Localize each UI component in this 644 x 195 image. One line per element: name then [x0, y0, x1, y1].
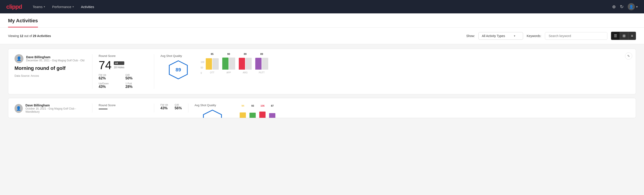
- fw-hit-value: 62%: [99, 76, 121, 80]
- user-name: Dave Billingham: [26, 55, 84, 59]
- fw-hit-stat: FW Hit 62%: [99, 74, 121, 80]
- fw-hit-value-2: 43%: [160, 106, 168, 110]
- hexagon-value: 89: [176, 67, 181, 73]
- performance-chevron-icon: ▾: [72, 5, 74, 8]
- hexagon-container: 89: [168, 60, 188, 80]
- user-date: December 05, 2021 - Gog Magog Golf Club …: [26, 59, 84, 62]
- bar-putt-2: 87: [269, 104, 275, 118]
- nav-performance[interactable]: Performance ▾: [52, 4, 74, 10]
- navbar-right: ⊕ ↻ 👤 ▾: [612, 3, 638, 10]
- filter-bar: Viewing 12 out of 29 Activities Show: Al…: [0, 28, 644, 44]
- bar-ott-2: 94: [240, 104, 246, 118]
- user-chevron-icon: ▾: [636, 5, 638, 8]
- viewing-total: 29 Activities: [33, 34, 51, 38]
- navbar: clippd Teams ▾ Performance ▾ Activities …: [0, 0, 644, 14]
- user-info: Dave Billingham December 05, 2021 - Gog …: [26, 55, 84, 62]
- bar-arg-2: 106: [259, 104, 266, 118]
- data-source: Data Source: Arccos: [14, 74, 86, 78]
- teams-chevron-icon: ▾: [44, 5, 45, 8]
- card-divider: [92, 54, 92, 89]
- avg-shot-quality-label-2: Avg Shot Quality: [194, 104, 216, 107]
- gir-label: GIR: [126, 74, 148, 76]
- show-label: Show:: [466, 34, 475, 38]
- card-left-2: 👤 Dave Billingham October 16, 2021 - Gog…: [14, 104, 86, 116]
- fw-hit-stat-2: FW Hit 43%: [160, 104, 168, 110]
- activity-title: Morning round of golf: [14, 65, 86, 71]
- nav-activities[interactable]: Activities: [81, 4, 94, 10]
- card-chart-2: 100 94 93: [230, 104, 630, 118]
- user-avatar-icon: 👤: [16, 56, 22, 61]
- score-value: 74: [99, 59, 112, 71]
- card-quality-2: Avg Shot Quality: [194, 104, 230, 118]
- view-grid-button[interactable]: ⊞: [620, 32, 628, 40]
- activity-type-value: All Activity Types: [482, 34, 505, 38]
- updown-label: Up/Down: [99, 82, 121, 85]
- avatar-icon: 👤: [629, 5, 634, 9]
- score-row: 74 +4 18 Holes: [99, 59, 148, 71]
- avatar-2: 👤: [14, 104, 23, 113]
- activities-list: ✎ 👤 Dave Billingham December 05, 2021 - …: [0, 44, 644, 122]
- activity-card-2: 👤 Dave Billingham October 16, 2021 - Gog…: [8, 98, 636, 118]
- page-header: My Activities: [0, 14, 644, 28]
- activity-type-chevron-icon: ▾: [514, 34, 515, 38]
- nav-teams[interactable]: Teams ▾: [33, 4, 45, 10]
- keywords-label: Keywords:: [527, 34, 541, 38]
- fw-hit-label: FW Hit: [99, 74, 121, 76]
- score-badge: +4: [114, 61, 124, 65]
- gir-value-2: 56%: [175, 106, 182, 110]
- viewing-count: 12: [20, 34, 24, 38]
- bar-app-2: 93: [250, 104, 256, 118]
- stat-grid: FW Hit 62% GIR 50% Up/Down 43% 1 Putt 28…: [99, 74, 148, 89]
- add-button[interactable]: ⊕: [612, 4, 616, 9]
- card-divider-4: [154, 104, 154, 112]
- gir-value: 50%: [126, 76, 148, 80]
- list-compact-icon: ☰: [614, 34, 617, 38]
- bar-ott: 85 OTT: [206, 53, 219, 74]
- svg-marker-1: [203, 110, 221, 118]
- one-putt-value: 28%: [126, 85, 148, 89]
- bar-app: 90 APP: [222, 53, 235, 74]
- card-left: 👤 Dave Billingham December 05, 2021 - Go…: [14, 54, 86, 78]
- hexagon-container-2: [202, 109, 222, 118]
- card-stats: Round Score 74 +4 18 Holes FW Hit 62% GI…: [99, 54, 148, 89]
- round-score-label: Round Score: [99, 54, 148, 58]
- updown-stat: Up/Down 43%: [99, 82, 121, 89]
- user-row-2: 👤 Dave Billingham October 16, 2021 - Gog…: [14, 104, 86, 113]
- score-placeholder: [99, 109, 108, 109]
- user-menu-button[interactable]: 👤 ▾: [628, 3, 638, 10]
- card-quality: Avg Shot Quality 89: [160, 54, 196, 82]
- one-putt-label: 1 Putt: [126, 82, 148, 85]
- updown-value: 43%: [99, 85, 121, 89]
- avg-shot-quality-label: Avg Shot Quality: [160, 54, 182, 58]
- user-date-2: October 16, 2021 - Gog Magog Golf Club -…: [26, 107, 86, 113]
- card-stats-2: Round Score: [99, 104, 148, 109]
- round-score-label-2: Round Score: [99, 104, 148, 107]
- activity-card: ✎ 👤 Dave Billingham December 05, 2021 - …: [8, 49, 636, 94]
- user-avatar-icon-2: 👤: [16, 106, 21, 111]
- bar-putt: 89 PUTT: [255, 53, 268, 74]
- view-toggle: ☰ ⊞ ≡: [611, 32, 636, 40]
- hexagon-icon-2: [202, 109, 222, 118]
- card-divider-5: [188, 104, 188, 112]
- card-divider-2: [154, 54, 154, 89]
- view-list-detail-button[interactable]: ≡: [628, 32, 636, 40]
- refresh-button[interactable]: ↻: [620, 4, 624, 9]
- app-logo: clippd: [6, 3, 22, 10]
- card-divider-3: [92, 104, 92, 112]
- viewing-text: Viewing 12 out of 29 Activities: [8, 34, 51, 38]
- grid-icon: ⊞: [622, 34, 626, 38]
- user-row: 👤 Dave Billingham December 05, 2021 - Go…: [14, 54, 86, 63]
- user-name-2: Dave Billingham: [26, 104, 86, 107]
- score-holes: 18 Holes: [114, 66, 124, 69]
- bar-arg: 89 ARG: [239, 53, 252, 74]
- avatar: 👤: [628, 3, 635, 10]
- list-detail-icon: ≡: [631, 34, 633, 38]
- chart-y-axis: 100 50 0: [200, 61, 204, 79]
- fw-hit-label-2: FW Hit: [160, 104, 168, 106]
- keywords-input[interactable]: [545, 32, 608, 40]
- user-info-2: Dave Billingham October 16, 2021 - Gog M…: [26, 104, 86, 113]
- view-list-compact-button[interactable]: ☰: [611, 32, 620, 40]
- activity-type-dropdown[interactable]: All Activity Types ▾: [478, 32, 523, 40]
- card-chart: 100 50 0 85 OTT: [196, 54, 630, 79]
- one-putt-stat: 1 Putt 28%: [126, 82, 148, 89]
